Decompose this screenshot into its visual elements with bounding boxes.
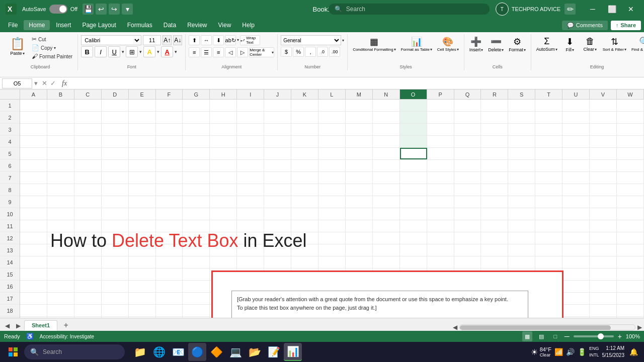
cell-P6[interactable] [427,160,454,171]
cell-B11[interactable] [47,220,74,232]
cell-I13[interactable] [237,244,264,256]
col-header-G[interactable]: G [183,89,210,99]
cell-P1[interactable] [427,100,454,111]
cell-D6[interactable] [102,160,129,171]
cell-G3[interactable] [183,124,210,135]
cell-L13[interactable] [318,244,346,256]
cell-W19[interactable] [617,317,644,318]
cell-R13[interactable] [481,244,508,256]
row-5[interactable]: 5 [0,148,20,160]
cell-F8[interactable] [156,184,183,196]
cell-S14[interactable] [508,256,535,268]
cell-L2[interactable] [318,112,346,123]
cell-H9[interactable] [210,196,237,208]
cell-F3[interactable] [156,124,183,135]
restore-button[interactable]: ⬜ [603,2,621,16]
cell-T12[interactable] [535,232,562,244]
underline-dropdown[interactable]: ▾ [122,46,124,57]
cell-J14[interactable] [264,256,291,268]
cell-R2[interactable] [481,112,508,123]
cell-K12[interactable] [291,232,318,244]
cell-V2[interactable] [590,112,617,123]
cell-G13[interactable] [183,244,210,256]
cell-P12[interactable] [427,232,454,244]
cell-V3[interactable] [590,124,617,135]
cell-G7[interactable] [183,172,210,184]
cell-D10[interactable] [102,208,129,220]
number-format-dropdown[interactable]: ▾ [342,38,344,43]
cell-T2[interactable] [535,112,562,123]
cell-N4[interactable] [373,136,400,147]
cell-I5[interactable] [237,148,264,159]
cell-H12[interactable] [210,232,237,244]
cut-button[interactable]: ✂ Cut [30,35,74,43]
cell-A12[interactable] [20,232,47,244]
menu-formulas[interactable]: Formulas [122,20,157,30]
row-4[interactable]: 4 [0,136,20,148]
cell-V7[interactable] [590,172,617,184]
cell-W17[interactable] [617,293,644,304]
cell-M12[interactable] [346,232,373,244]
cell-H2[interactable] [210,112,237,123]
cell-D4[interactable] [102,136,129,147]
cell-F18[interactable] [156,305,183,316]
cell-M8[interactable] [346,184,373,196]
cell-G18[interactable] [183,305,210,316]
cell-U19[interactable] [562,317,590,318]
cell-G16[interactable] [183,281,210,292]
cell-A16[interactable] [20,281,47,292]
share-button[interactable]: ↑ Share [611,21,641,30]
cell-C2[interactable] [74,112,102,123]
cell-Q13[interactable] [454,244,481,256]
cell-S9[interactable] [508,196,535,208]
increase-indent-button[interactable]: ▷ [237,47,248,57]
menu-home[interactable]: Home [24,20,50,30]
cell-G10[interactable] [183,208,210,220]
font-color-dropdown[interactable]: ▾ [175,46,177,57]
cell-W12[interactable] [617,232,644,244]
cell-S1[interactable] [508,100,535,111]
cell-V19[interactable] [590,317,617,318]
row-3[interactable]: 3 [0,124,20,136]
fx-icon[interactable]: fx [60,79,69,87]
clear-button[interactable]: 🗑 Clear ▾ [581,35,600,53]
row-16[interactable]: 16 [0,281,20,293]
cell-A17[interactable] [20,293,47,304]
orientation-dropdown[interactable]: ▾ [237,35,239,45]
find-select-button[interactable]: 🔍 Find & Select ▾ [629,35,644,53]
close-button[interactable]: ✕ [622,2,640,16]
cell-F9[interactable] [156,196,183,208]
cell-J11[interactable] [264,220,291,232]
cell-G12[interactable] [183,232,210,244]
cell-F2[interactable] [156,112,183,123]
cell-J1[interactable] [264,100,291,111]
cell-C19[interactable] [74,317,102,318]
cell-Q12[interactable] [454,232,481,244]
cell-S11[interactable] [508,220,535,232]
cell-E5[interactable] [129,148,156,159]
minimize-button[interactable]: ─ [584,2,602,16]
cell-F10[interactable] [156,208,183,220]
cell-M2[interactable] [346,112,373,123]
col-header-D[interactable]: D [102,89,129,99]
col-header-T[interactable]: T [535,89,562,99]
cell-A9[interactable] [20,196,47,208]
cell-styles-button[interactable]: 🎨 Cell Styles ▾ [435,35,461,53]
cell-K14[interactable] [291,256,318,268]
cell-S6[interactable] [508,160,535,171]
cell-E9[interactable] [129,196,156,208]
cell-E7[interactable] [129,172,156,184]
menu-view[interactable]: View [213,20,236,30]
col-header-P[interactable]: P [427,89,454,99]
borders-dropdown[interactable]: ▾ [139,46,142,57]
cell-V4[interactable] [590,136,617,147]
taskbar-app-addon2[interactable]: 💻 [226,343,245,361]
cell-J6[interactable] [264,160,291,171]
cell-D7[interactable] [102,172,129,184]
cell-T3[interactable] [535,124,562,135]
cell-A2[interactable] [20,112,47,123]
cell-R12[interactable] [481,232,508,244]
cell-I14[interactable] [237,256,264,268]
row-14[interactable]: 14 [0,256,20,268]
cell-P4[interactable] [427,136,454,147]
